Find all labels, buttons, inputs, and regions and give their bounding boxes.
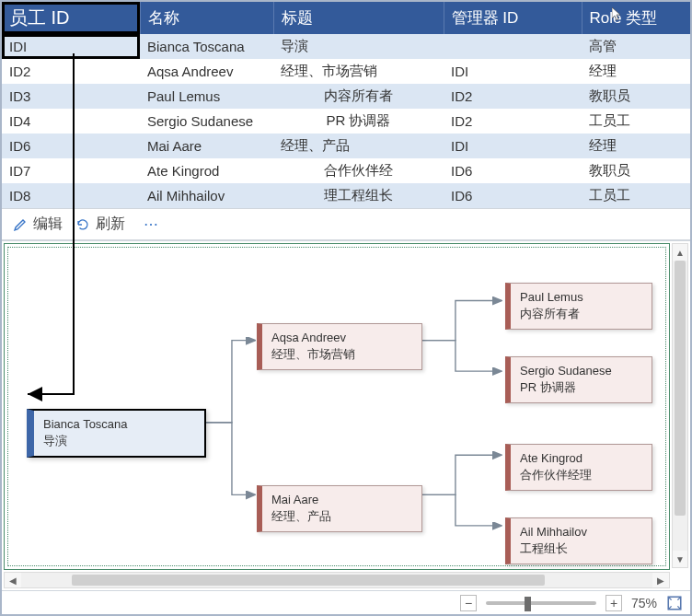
scroll-thumb[interactable] — [675, 261, 686, 516]
diagram-canvas-wrap: Bianca Toscana 导演 Aqsa Andreev 经理、市场营销 M… — [2, 240, 690, 590]
table-row[interactable]: ID3 Paul Lemus 内容所有者 ID2 教职员 — [2, 84, 690, 109]
col-header-name[interactable]: 名称 — [140, 2, 273, 34]
edit-button[interactable]: 编辑 — [13, 215, 63, 234]
zoom-handle[interactable] — [525, 597, 531, 611]
diagram-canvas-inner: Bianca Toscana 导演 Aqsa Andreev 经理、市场营销 M… — [7, 247, 666, 566]
zoom-out-button[interactable]: − — [460, 595, 477, 611]
scroll-left-icon[interactable]: ◀ — [5, 573, 21, 587]
col-header-emp-id[interactable]: 员工 ID — [2, 2, 140, 34]
org-node[interactable]: Paul Lemus 内容所有者 — [505, 283, 652, 330]
scroll-down-icon[interactable]: ▼ — [673, 551, 687, 567]
org-node[interactable]: Sergio Sudanese PR 协调器 — [505, 356, 652, 403]
toolbar: 编辑 刷新 ⋯ — [2, 208, 690, 240]
refresh-icon — [75, 217, 90, 232]
table-header-row: 员工 ID 名称 标题 管理器 ID Role 类型 — [2, 2, 690, 34]
vertical-scrollbar[interactable]: ▲ ▼ — [672, 243, 688, 568]
fit-to-window-icon[interactable] — [666, 595, 683, 611]
org-node[interactable]: Ate Kingrod 合作伙伴经理 — [505, 444, 652, 491]
org-node[interactable]: Aqsa Andreev 经理、市场营销 — [257, 323, 422, 370]
horizontal-scrollbar[interactable]: ◀ ▶ — [4, 572, 670, 588]
table-row[interactable]: ID7 Ate Kingrod 合作伙伴经 ID6 教职员 — [2, 158, 690, 183]
org-node[interactable]: Ail Mihhailov 工程组长 — [505, 517, 652, 564]
zoom-in-button[interactable]: + — [606, 595, 622, 611]
employee-table: 员工 ID 名称 标题 管理器 ID Role 类型 IDI Bianca To… — [2, 2, 690, 208]
table-row[interactable]: ID2 Aqsa Andreev 经理、市场营销 IDI 经理 — [2, 59, 690, 84]
pencil-icon — [13, 217, 28, 232]
table-row[interactable]: ID8 Ail Mihhailov 理工程组长 ID6 工员工 — [2, 183, 690, 208]
scroll-thumb[interactable] — [72, 575, 546, 586]
scroll-up-icon[interactable]: ▲ — [673, 244, 687, 261]
table-row[interactable]: ID4 Sergio Sudanese PR 协调器 ID2 工员工 — [2, 109, 690, 134]
scroll-right-icon[interactable]: ▶ — [652, 573, 669, 587]
col-header-title[interactable]: 标题 — [273, 2, 444, 34]
col-header-mgr-id[interactable]: 管理器 ID — [444, 2, 582, 34]
refresh-button[interactable]: 刷新 — [75, 215, 125, 234]
more-button[interactable]: ⋯ — [138, 215, 167, 233]
col-header-role[interactable]: Role 类型 — [582, 2, 690, 34]
org-node-root[interactable]: Bianca Toscana 导演 — [27, 409, 206, 458]
diagram-canvas[interactable]: Bianca Toscana 导演 Aqsa Andreev 经理、市场营销 M… — [4, 243, 670, 570]
org-node[interactable]: Mai Aare 经理、产品 — [257, 485, 422, 532]
table-row[interactable]: ID6 Mai Aare 经理、产品 IDI 经理 — [2, 134, 690, 158]
zoom-bar: − + 75% — [2, 590, 690, 614]
zoom-slider[interactable] — [486, 601, 596, 605]
table-row[interactable]: IDI Bianca Toscana 导演 高管 — [2, 34, 690, 59]
zoom-pct: 75% — [631, 596, 657, 610]
